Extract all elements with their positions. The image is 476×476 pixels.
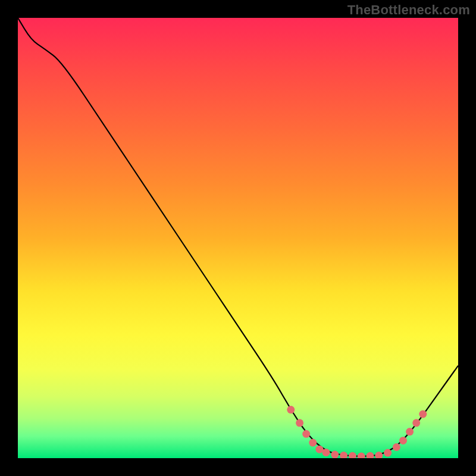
curve-marker bbox=[393, 443, 400, 451]
plot-area bbox=[18, 18, 458, 458]
curve-marker bbox=[384, 449, 392, 457]
curve-marker bbox=[302, 430, 310, 438]
curve-marker bbox=[406, 428, 414, 436]
chart-frame: TheBottleneck.com bbox=[0, 0, 476, 476]
curve-marker bbox=[331, 451, 339, 458]
curve-marker bbox=[315, 446, 323, 453]
curve-marker bbox=[322, 449, 330, 456]
curve-marker bbox=[296, 419, 303, 427]
curve-marker bbox=[419, 411, 427, 418]
curve-marker bbox=[399, 437, 407, 444]
gradient-background bbox=[18, 18, 458, 458]
curve-marker bbox=[412, 419, 420, 427]
curve-marker bbox=[287, 406, 295, 414]
curve-marker bbox=[309, 439, 317, 447]
chart-svg bbox=[18, 18, 458, 458]
attribution-text: TheBottleneck.com bbox=[347, 2, 470, 18]
